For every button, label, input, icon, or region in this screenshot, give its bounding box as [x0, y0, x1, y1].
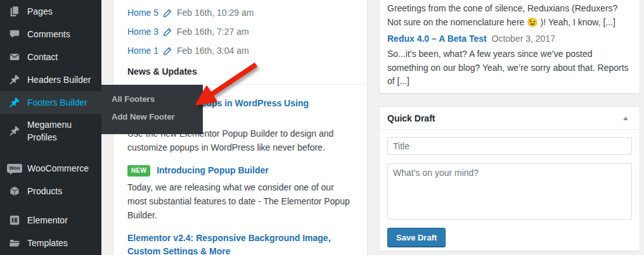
redux-intro-excerpt: Greetings from the cone of silence, Redu…	[387, 2, 629, 29]
comments-icon	[8, 28, 21, 40]
recent-page-link[interactable]: Home 1	[127, 46, 158, 56]
collapse-toggle-button[interactable]	[619, 112, 632, 125]
recent-page-link[interactable]: Home 3	[127, 27, 158, 37]
pushpin-icon	[8, 73, 21, 86]
redux-post-date: October 3, 2017	[492, 34, 555, 44]
news-post-link[interactable]: Elementor v2.4: Responsive Background Im…	[127, 233, 331, 255]
box-icon	[8, 185, 21, 197]
sidebar-item-label: Headers Builder	[27, 75, 91, 85]
recent-date: Feb 16th, 10:29 am	[177, 8, 254, 18]
recently-edited-list: Home 5 Feb 16th, 10:29 am Home 3 Feb 16t…	[113, 0, 367, 60]
news-post: Elementor v2.4: Responsive Background Im…	[127, 232, 353, 255]
sidebar-separator	[0, 202, 101, 209]
sidebar-item-templates[interactable]: Templates	[0, 232, 101, 254]
sidebar-item-label: Pages	[27, 6, 53, 16]
sidebar-item-label: WooCommerce	[27, 163, 89, 173]
quick-draft-widget: Quick Draft Save Draft	[379, 106, 640, 251]
save-draft-button[interactable]: Save Draft	[387, 228, 446, 247]
footers-builder-submenu: All Footers Add New Footer	[101, 85, 203, 134]
recent-row: Home 3 Feb 16th, 7:27 am	[127, 22, 353, 41]
submenu-item-add-new-footer[interactable]: Add New Footer	[101, 108, 203, 126]
sidebar-item-label: Elementor	[27, 215, 68, 225]
sidebar-item-label: Contact	[27, 52, 58, 62]
pushpin-icon	[8, 125, 21, 137]
sidebar-item-label: Products	[27, 186, 62, 196]
recent-row: Home 1 Feb 16th, 3:04 am	[127, 41, 353, 60]
recent-page-link[interactable]: Home 5	[127, 8, 158, 18]
triangle-up-icon	[623, 116, 628, 120]
sidebar-item-comments[interactable]: Comments	[0, 23, 101, 46]
redux-news-widget: Greetings from the cone of silence, Redu…	[379, 0, 640, 94]
sidebar-item-pages[interactable]: Pages	[0, 0, 101, 23]
news-post: NEW Introducing Popup Builder Today, we …	[127, 164, 353, 222]
sidebar-item-label: Comments	[27, 29, 70, 39]
new-badge: NEW	[127, 165, 150, 177]
quick-draft-title-input[interactable]	[387, 137, 632, 155]
sidebar-item-label: Templates	[27, 238, 68, 248]
edit-pencil-icon[interactable]	[163, 8, 172, 18]
wordpress-admin-dashboard: Pages Comments Contact Headers Builder F	[0, 0, 644, 255]
edit-pencil-icon[interactable]	[163, 46, 172, 56]
news-post-link[interactable]: Introducing Popup Builder	[157, 165, 269, 175]
elementor-icon	[8, 214, 21, 227]
envelope-icon	[8, 51, 21, 63]
sidebar-item-megamenu-profiles[interactable]: Megamenu Profiles	[0, 114, 101, 148]
sidebar-item-label: Footers Builder	[27, 97, 87, 108]
sidebar-item-contact[interactable]: Contact	[0, 46, 101, 68]
submenu-item-all-footers[interactable]: All Footers	[101, 90, 203, 108]
news-updates-header: News & Updates	[113, 66, 367, 85]
sidebar-item-label: Megamenu Profiles	[27, 118, 91, 144]
sidebar-item-woocommerce[interactable]: Woo WooCommerce	[0, 157, 101, 180]
sidebar-item-elementor[interactable]: Elementor	[0, 209, 101, 232]
sidebar-separator	[0, 148, 101, 157]
admin-sidebar: Pages Comments Contact Headers Builder F	[0, 0, 101, 255]
quick-draft-title: Quick Draft	[387, 113, 435, 123]
redux-post-link[interactable]: Redux 4.0 – A Beta Test	[387, 34, 487, 44]
sidebar-item-headers-builder[interactable]: Headers Builder	[0, 68, 101, 91]
folder-icon	[8, 237, 21, 249]
quick-draft-content-textarea[interactable]	[387, 163, 632, 220]
recent-date: Feb 16th, 3:04 am	[177, 46, 249, 56]
sidebar-item-footers-builder[interactable]: Footers Builder	[0, 91, 101, 114]
sidebar-item-products[interactable]: Products	[0, 180, 101, 202]
woocommerce-icon: Woo	[8, 162, 21, 175]
pushpin-icon	[8, 96, 21, 109]
news-post-excerpt: Today, we are releasing what we consider…	[127, 180, 353, 222]
pages-icon	[8, 5, 21, 18]
recent-date: Feb 16th, 7:27 am	[177, 27, 249, 37]
news-updates-heading: News & Updates	[127, 66, 197, 77]
recent-row: Home 5 Feb 16th, 10:29 am	[127, 3, 353, 22]
redux-post-excerpt: So...it’s been, what? A few years since …	[387, 47, 629, 89]
edit-pencil-icon[interactable]	[163, 27, 172, 37]
